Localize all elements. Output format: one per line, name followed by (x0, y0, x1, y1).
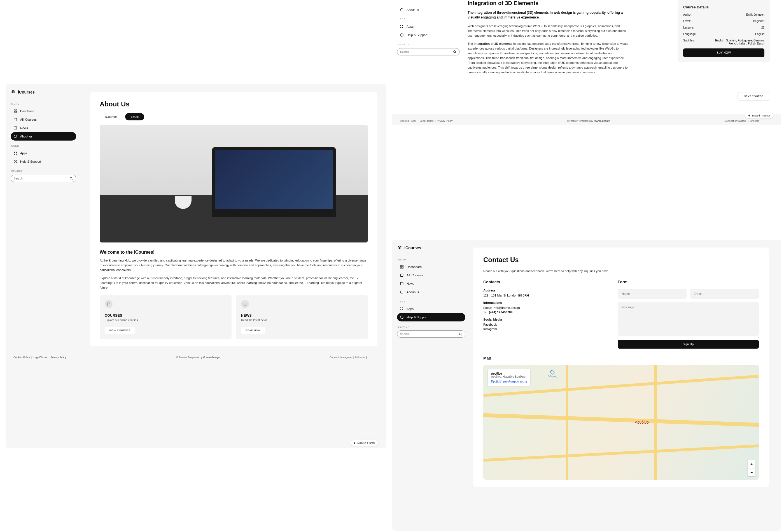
footer-links: Cookies Policy | Legal Terms | Privacy P… (13, 356, 66, 359)
framer-badge[interactable]: Made in Framer (745, 113, 773, 118)
instagram-link[interactable]: Instagram (340, 356, 352, 359)
instagram-link[interactable]: Instagram (735, 119, 747, 122)
stack-icon (400, 273, 404, 277)
article-title: Integration of 3D Elements (468, 0, 630, 6)
instagram-link[interactable]: Instagram (483, 327, 607, 331)
read-now-button[interactable]: READ NOW (241, 327, 265, 334)
iframe-link[interactable]: iframe.design (594, 119, 610, 122)
buy-now-button[interactable]: BUY NOW (683, 49, 764, 57)
card-news-title: NEWS (241, 314, 363, 317)
svg-point-29 (402, 307, 403, 308)
sidebar-label: Help & Support (407, 315, 427, 319)
lang-value: English (755, 32, 764, 35)
card-courses-title: COURSES (105, 314, 226, 317)
sidebar-item-about[interactable]: About-us (11, 132, 76, 141)
legal-link[interactable]: Legal Terms (33, 356, 47, 359)
sidebar-label: About-us (407, 290, 419, 294)
brand[interactable]: iCourses (11, 90, 76, 95)
footer-connect: Connect: Instagram | LinkedIn | (724, 119, 773, 122)
info-heading: Informations (483, 301, 607, 304)
sidebar-item-apps[interactable]: Apps (397, 305, 465, 313)
sidebar-item-all[interactable]: All iCourses (397, 271, 465, 279)
apps-icon (400, 25, 404, 29)
name-input[interactable] (618, 289, 687, 299)
sidebar-item-apps[interactable]: Apps (11, 149, 76, 157)
view-courses-button[interactable]: VIEW COURSES (105, 327, 135, 334)
search-input[interactable] (14, 177, 69, 180)
sidebar-item-help[interactable]: Help & Support (397, 31, 460, 39)
iframe-link[interactable]: iframe.design (203, 356, 220, 359)
sidebar-label: Help & Support (407, 33, 427, 37)
apps-icon (13, 151, 17, 155)
email-input[interactable] (690, 289, 759, 299)
svg-rect-21 (400, 265, 401, 267)
svg-rect-4 (14, 118, 17, 121)
map-place-sub: Λονδίνο, Ηνωμένο Βασίλειο (491, 375, 527, 378)
cookies-link[interactable]: Cookies Policy (13, 356, 30, 359)
help-icon (400, 33, 404, 37)
tab-icourses[interactable]: iCourses (100, 113, 123, 120)
sidebar-item-news[interactable]: News (397, 279, 465, 288)
footer-links: Cookies Policy | Legal Terms | Privacy P… (400, 119, 453, 122)
search-label: SEARCH (11, 170, 76, 172)
signup-button[interactable]: Sign Up (618, 340, 759, 348)
facebook-link[interactable]: Facebook (483, 323, 607, 326)
svg-rect-5 (14, 127, 17, 129)
map-bigger-link[interactable]: Προβολή μεγαλύτερου χάρτη (491, 380, 527, 383)
svg-point-10 (16, 154, 17, 154)
search-input[interactable] (400, 333, 458, 336)
menu-label: MENU (398, 258, 465, 261)
sidebar-item-dashboard[interactable]: Dashboard (397, 263, 465, 271)
cookies-link[interactable]: Cookies Policy (400, 119, 416, 122)
news-icon (400, 282, 404, 286)
sidebar-item-apps[interactable]: Apps (397, 22, 460, 31)
privacy-link[interactable]: Privacy Policy (437, 119, 453, 122)
sidebar-item-about[interactable]: About-us (397, 288, 465, 296)
search-box[interactable] (397, 330, 465, 338)
footer-center: © Framer Templates by iframe.design (567, 119, 610, 122)
sidebar-item-all[interactable]: All iCourses (11, 115, 76, 124)
search-box[interactable] (11, 175, 76, 182)
svg-rect-0 (14, 110, 15, 111)
map-directions[interactable]: Οδηγίες (548, 369, 557, 378)
lang-label: Language: (683, 32, 696, 35)
svg-point-17 (400, 27, 401, 28)
linkedin-link[interactable]: LinkedIn (355, 356, 365, 359)
next-course-button[interactable]: NEXT COURSE (737, 92, 770, 101)
zoom-out-button[interactable]: − (748, 469, 755, 476)
tab-email[interactable]: Email (125, 113, 144, 120)
form-heading: Form (618, 280, 759, 284)
author-label: Author: (683, 13, 692, 16)
sidebar-item-help[interactable]: Help & Support (11, 157, 76, 166)
search-box[interactable] (397, 48, 460, 55)
circle-icon (400, 290, 404, 294)
svg-point-16 (402, 25, 403, 26)
sidebar-item-news[interactable]: News (11, 124, 76, 132)
svg-point-27 (400, 291, 403, 293)
sub-label: Subtitles: (683, 39, 695, 45)
sidebar-item-dashboard[interactable]: Dashboard (11, 107, 76, 115)
sidebar-label: About-us (20, 135, 32, 138)
svg-point-33 (459, 333, 461, 335)
sidebar-item-help[interactable]: Help & Support (397, 313, 465, 321)
user-label: USER (11, 144, 76, 147)
search-icon (69, 176, 73, 180)
linkedin-link[interactable]: LinkedIn (750, 119, 759, 122)
search-input[interactable] (400, 50, 453, 54)
search-icon (458, 332, 462, 336)
search-icon (453, 50, 457, 54)
card-courses-desc: Explore our online courses (105, 319, 226, 322)
map[interactable]: Λονδίνο Λονδίνο Λονδίνο, Ηνωμένο Βασίλει… (483, 365, 759, 480)
message-input[interactable] (618, 302, 759, 336)
framer-badge[interactable]: Made in Framer (350, 440, 378, 446)
map-zoom: + − (748, 460, 755, 476)
zoom-in-button[interactable]: + (748, 460, 755, 468)
privacy-link[interactable]: Privacy Policy (51, 356, 66, 359)
map-info-card: Λονδίνο Λονδίνο, Ηνωμένο Βασίλειο Προβολ… (488, 369, 530, 386)
menu-label: MENU (11, 103, 76, 105)
sidebar-item-about[interactable]: About-us (397, 6, 460, 14)
legal-link[interactable]: Legal Terms (420, 119, 433, 122)
svg-point-13 (244, 303, 246, 306)
svg-point-20 (454, 51, 455, 53)
brand[interactable]: iCourses (397, 245, 465, 250)
